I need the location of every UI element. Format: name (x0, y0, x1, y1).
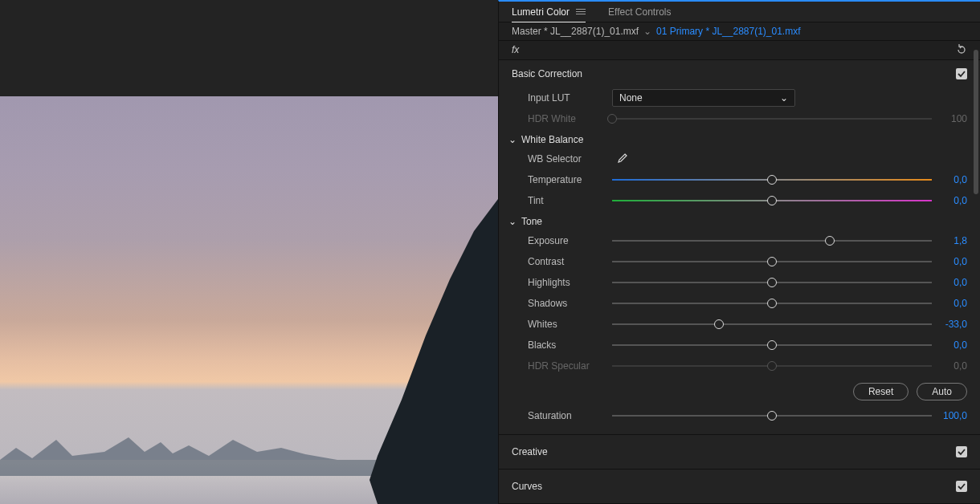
section-curves[interactable]: Curves (499, 469, 980, 504)
reset-button[interactable]: Reset (853, 383, 909, 400)
chevron-down-icon[interactable]: ⌄ (643, 26, 651, 37)
group-tone[interactable]: ⌄ Tone (508, 216, 967, 227)
slider-thumb[interactable] (767, 340, 777, 350)
value-whites[interactable]: -33,0 (940, 319, 967, 330)
slider-saturation[interactable] (612, 408, 932, 423)
checkbox-creative[interactable] (956, 446, 967, 457)
value-temperature[interactable]: 0,0 (940, 174, 967, 185)
tab-lumetri-color[interactable]: Lumetri Color (512, 6, 586, 23)
slider-highlights[interactable] (612, 275, 932, 290)
foreground-mountain (337, 207, 498, 504)
value-tint[interactable]: 0,0 (940, 195, 967, 206)
slider-thumb[interactable] (767, 257, 777, 266)
slider-thumb[interactable] (714, 319, 724, 329)
fx-header: fx (499, 40, 980, 60)
value-hdr-specular: 0,0 (940, 360, 967, 372)
label-whites: Whites (528, 319, 604, 330)
section-title[interactable]: Basic Correction (512, 68, 582, 79)
preview-monitor (0, 0, 498, 504)
label-highlights: Highlights (528, 277, 604, 288)
group-label: Tone (521, 216, 542, 227)
slider-hdr-white (612, 112, 932, 126)
section-title: Creative (512, 446, 548, 457)
preview-image (0, 96, 498, 504)
value-contrast[interactable]: 0,0 (940, 256, 967, 267)
slider-thumb[interactable] (767, 299, 777, 308)
group-white-balance[interactable]: ⌄ White Balance (508, 134, 967, 145)
tab-label: Effect Controls (608, 6, 671, 18)
fx-icon[interactable]: fx (512, 44, 519, 55)
tab-label: Lumetri Color (512, 6, 570, 18)
slider-thumb[interactable] (767, 196, 777, 205)
label-hdr-white: HDR White (528, 113, 604, 124)
scrollbar-thumb[interactable] (974, 50, 978, 194)
slider-exposure[interactable] (612, 234, 932, 248)
slider-hdr-specular (612, 359, 932, 373)
section-creative[interactable]: Creative (499, 435, 980, 469)
section-basic-correction: Basic Correction Input LUT None ⌄ HDR Wh… (499, 60, 980, 435)
value-highlights[interactable]: 0,0 (940, 277, 967, 288)
slider-thumb (607, 114, 617, 124)
slider-whites[interactable] (612, 317, 932, 331)
slider-thumb[interactable] (767, 175, 777, 185)
label-contrast: Contrast (528, 256, 604, 267)
value-hdr-white: 100 (940, 113, 967, 124)
chevron-down-icon: ⌄ (508, 134, 517, 145)
chevron-down-icon: ⌄ (780, 92, 788, 104)
value-blacks[interactable]: 0,0 (940, 339, 967, 351)
group-label: White Balance (521, 134, 583, 145)
auto-button[interactable]: Auto (917, 383, 967, 400)
select-input-lut[interactable]: None ⌄ (612, 89, 795, 107)
slider-thumb (767, 361, 777, 371)
panel-menu-icon[interactable] (576, 9, 586, 14)
checkbox-curves[interactable] (956, 481, 967, 492)
label-tint: Tint (528, 195, 604, 206)
slider-temperature[interactable] (612, 173, 932, 187)
label-temperature: Temperature (528, 174, 604, 185)
label-input-lut: Input LUT (528, 92, 604, 104)
panel-tabs: Lumetri Color Effect Controls (499, 2, 980, 22)
slider-thumb[interactable] (767, 411, 777, 421)
slider-thumb[interactable] (825, 236, 835, 246)
breadcrumb: Master * JL__2887(1)_01.mxf ⌄ 01 Primary… (499, 22, 980, 40)
reset-effect-icon[interactable] (956, 44, 967, 55)
select-value: None (619, 92, 643, 104)
breadcrumb-primary[interactable]: 01 Primary * JL__2887(1)_01.mxf (656, 26, 800, 37)
lumetri-panel: Lumetri Color Effect Controls Master * J… (498, 0, 980, 504)
value-saturation[interactable]: 100,0 (940, 410, 967, 421)
value-shadows[interactable]: 0,0 (940, 298, 967, 309)
label-exposure: Exposure (528, 235, 604, 246)
label-blacks: Blacks (528, 339, 604, 351)
label-wb-selector: WB Selector (528, 153, 604, 165)
breadcrumb-master: Master * JL__2887(1)_01.mxf (512, 26, 639, 37)
value-exposure[interactable]: 1,8 (940, 235, 967, 246)
tab-effect-controls[interactable]: Effect Controls (608, 6, 671, 18)
label-hdr-specular: HDR Specular (528, 360, 604, 372)
slider-tint[interactable] (612, 193, 932, 208)
eyedropper-icon[interactable] (615, 152, 628, 165)
checkbox-basic-correction[interactable] (956, 68, 967, 79)
slider-blacks[interactable] (612, 338, 932, 352)
section-title: Curves (512, 481, 542, 492)
label-saturation: Saturation (528, 410, 604, 421)
chevron-down-icon: ⌄ (508, 216, 517, 227)
label-shadows: Shadows (528, 298, 604, 309)
slider-shadows[interactable] (612, 296, 932, 311)
slider-contrast[interactable] (612, 254, 932, 269)
slider-thumb[interactable] (767, 278, 777, 287)
